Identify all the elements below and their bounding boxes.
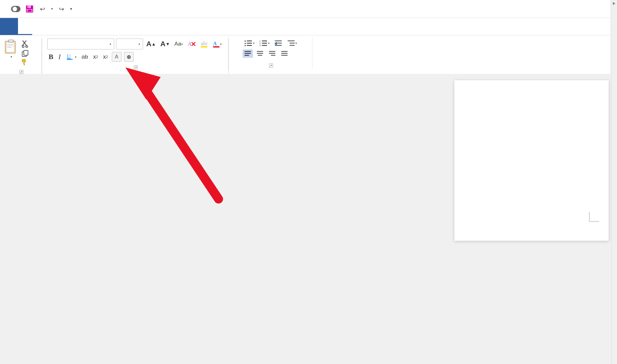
tab-home[interactable] [18,18,32,35]
svg-rect-35 [247,45,252,46]
svg-rect-48 [290,45,295,46]
grow-font-button[interactable]: A▲ [145,39,157,49]
font-size-selector[interactable]: ▾ [116,39,143,49]
svg-rect-17 [24,50,28,55]
tab-references[interactable] [75,18,89,35]
ordered-list-button[interactable]: 1. 2. 3. ▾ [258,39,271,48]
svg-rect-44 [275,45,282,46]
align-center-icon [256,50,264,57]
tab-insert[interactable] [32,18,46,35]
shrink-font-button[interactable]: A▼ [159,39,171,49]
italic-button[interactable]: I [57,53,62,61]
align-left-button[interactable] [243,49,253,58]
ribbon-content: ▾ [0,35,617,76]
title-bar: ↩ ▾ ↪ ▾ [0,0,617,18]
unordered-list-button[interactable]: ▾ [243,39,256,48]
subscript-button[interactable]: x2 [92,53,99,61]
bold-button[interactable]: B [47,52,55,62]
font-expand-button[interactable]: ↗ [134,65,138,69]
font-color-dropdown-arrow: ▾ [220,42,222,46]
char-shading-button[interactable]: A [112,52,121,62]
autosave-toggle[interactable] [11,6,21,12]
copy-icon [22,50,29,57]
subscript-label: 2 [96,55,98,59]
clipboard-group-label: ↗ [18,70,23,74]
svg-marker-61 [613,2,615,5]
format-painter-button[interactable] [21,58,29,66]
svg-rect-9 [7,44,13,45]
save-button[interactable] [24,4,35,14]
redo-button[interactable]: ↪ [58,4,66,13]
svg-point-14 [22,46,24,48]
clipboard-expand-button[interactable]: ↗ [19,70,23,74]
svg-rect-51 [245,55,249,56]
indent-dropdown: ▾ [295,41,297,45]
svg-rect-3 [28,10,31,12]
text-highlight-icon: abc [200,40,208,48]
para-rows: ▾ 1. 2. 3. ▾ [243,39,298,60]
svg-line-13 [22,41,26,46]
font-family-selector[interactable]: ▾ [47,39,114,49]
undo-dropdown-button[interactable]: ▾ [50,6,54,12]
clipboard-side [21,40,29,66]
svg-rect-8 [9,40,13,42]
para-row1: ▾ 1. 2. 3. ▾ [243,39,298,48]
align-right-button[interactable] [267,49,277,58]
svg-text:U: U [67,53,71,59]
superscript-button[interactable]: x2 [102,53,109,61]
ordered-list-icon: 1. 2. 3. [259,39,268,47]
svg-rect-4 [30,6,31,8]
indent-decrease-button[interactable] [273,39,284,47]
strikethrough-button[interactable]: ab [80,53,89,61]
svg-rect-60 [281,55,288,56]
svg-rect-37 [262,40,267,41]
tab-layout[interactable] [60,18,75,35]
toggle-circle [13,7,17,11]
svg-point-32 [245,43,246,44]
font-size-dropdown-arrow: ▾ [139,42,140,46]
cut-button[interactable] [21,40,29,48]
tab-design[interactable] [46,18,60,35]
svg-rect-47 [290,43,295,44]
svg-rect-55 [269,51,275,52]
paragraph-group-label: ↗ [268,64,273,67]
svg-rect-52 [257,51,263,52]
document-canvas [0,74,617,364]
font-color-button[interactable]: A ▾ [211,39,223,49]
svg-point-34 [245,45,246,46]
strikethrough-label: ab [82,54,88,60]
customize-quick-access-button[interactable]: ▾ [69,6,74,12]
svg-rect-58 [281,51,288,52]
change-case-button[interactable]: Aa▾ [173,40,184,48]
paste-label-button[interactable]: ▾ [10,55,12,59]
copy-button[interactable] [21,49,29,57]
chinese-char-button[interactable]: ⊕ [124,52,134,62]
paragraph-expand-button[interactable]: ↗ [269,64,273,67]
paste-button[interactable] [3,39,19,55]
underline-icon: U [66,53,75,61]
svg-rect-11 [7,47,12,48]
ribbon-tabs [0,18,617,35]
tab-mailings[interactable] [89,18,103,35]
svg-text:A: A [213,41,217,46]
justify-button[interactable] [279,49,290,58]
paste-dropdown-arrow: ▾ [11,55,12,58]
clear-formatting-button[interactable]: A [186,39,197,49]
undo-button[interactable]: ↩ [39,4,47,13]
svg-rect-57 [271,55,275,56]
svg-rect-53 [257,53,263,54]
indent-increase-button[interactable]: ▾ [286,39,298,47]
align-center-button[interactable] [255,49,265,58]
svg-point-30 [245,40,246,42]
font-family-dropdown-arrow: ▾ [110,42,111,46]
text-highlight-button[interactable]: abc [199,39,209,49]
svg-point-15 [26,46,28,48]
svg-text:2.: 2. [259,42,261,44]
svg-rect-39 [262,43,267,44]
tab-file[interactable] [0,18,18,35]
ribbon-scroll-right-icon [612,1,616,6]
vertical-scrollbar[interactable] [611,74,617,364]
font-row1: ▾ ▾ A▲ A▼ Aa▾ A [47,39,223,49]
clipboard-main: ▾ [3,39,19,59]
underline-button[interactable]: U ▾ [65,52,78,62]
